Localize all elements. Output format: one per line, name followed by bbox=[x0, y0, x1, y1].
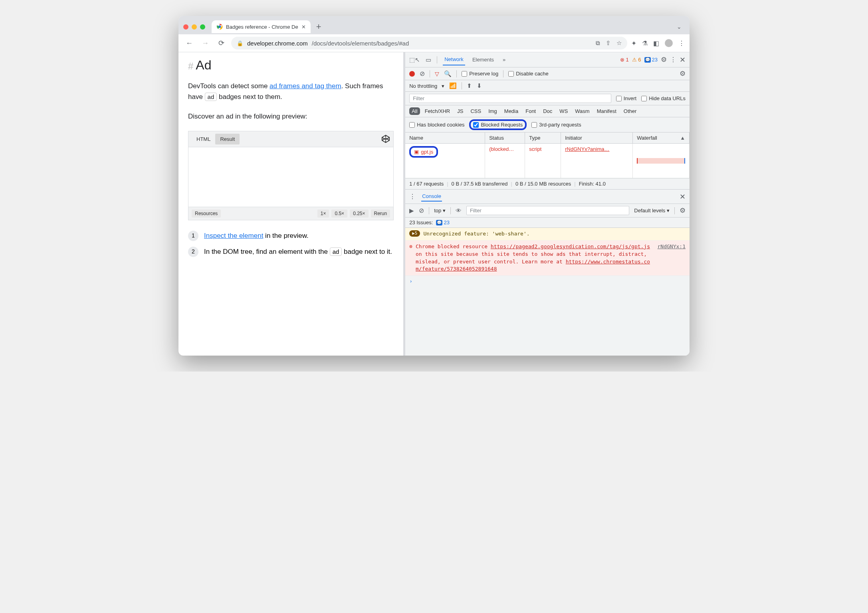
back-button[interactable]: ← bbox=[183, 38, 195, 49]
throttling-dropdown[interactable]: No throttling ▾ bbox=[409, 83, 444, 89]
profile-avatar-icon[interactable] bbox=[665, 39, 673, 47]
upload-icon[interactable]: ⬆ bbox=[467, 82, 472, 89]
filter-ws[interactable]: WS bbox=[557, 107, 570, 115]
codepen-zoom-025x[interactable]: 0.25× bbox=[350, 210, 368, 218]
status-finish: Finish: 41.0 bbox=[579, 181, 606, 187]
tab-network[interactable]: Network bbox=[443, 54, 465, 65]
disable-cache-checkbox[interactable]: Disable cache bbox=[508, 71, 549, 77]
codepen-tab-result[interactable]: Result bbox=[215, 134, 240, 144]
download-icon[interactable]: ⬇ bbox=[477, 82, 482, 89]
console-close-icon[interactable]: ✕ bbox=[680, 192, 686, 201]
filter-js[interactable]: JS bbox=[455, 107, 466, 115]
column-type[interactable]: Type bbox=[525, 132, 561, 143]
filter-toggle-icon[interactable]: ▽ bbox=[435, 71, 439, 77]
third-party-checkbox[interactable]: 3rd-party requests bbox=[531, 122, 581, 128]
search-icon[interactable]: 🔍 bbox=[444, 70, 452, 77]
request-initiator-link[interactable]: rNdGNYx?anima… bbox=[565, 146, 609, 152]
panel-icon[interactable]: ◧ bbox=[653, 40, 659, 47]
page-heading: #Ad bbox=[188, 58, 394, 73]
console-context-dropdown[interactable]: top ▾ bbox=[434, 208, 446, 214]
codepen-rerun[interactable]: Rerun bbox=[371, 210, 390, 218]
filter-fetch[interactable]: Fetch/XHR bbox=[422, 107, 453, 115]
codepen-logo-icon[interactable] bbox=[381, 134, 390, 143]
console-drawer-header: ⋮ Console ✕ bbox=[405, 189, 690, 204]
codepen-zoom-05x[interactable]: 0.5× bbox=[331, 210, 347, 218]
tab-strip: Badges reference - Chrome De ✕ + ⌄ bbox=[178, 16, 690, 34]
console-error-message[interactable]: ⊗ Chrome blocked resource https://pagead… bbox=[405, 241, 690, 276]
wifi-icon[interactable]: 📶 bbox=[449, 82, 457, 89]
live-expression-icon[interactable]: 👁 bbox=[456, 207, 462, 214]
filter-css[interactable]: CSS bbox=[468, 107, 484, 115]
labs-icon[interactable]: ⚗ bbox=[642, 40, 648, 47]
browser-tab[interactable]: Badges reference - Chrome De ✕ bbox=[212, 20, 311, 33]
warning-count-badge[interactable]: ⚠ 6 bbox=[632, 57, 641, 63]
codepen-tab-html[interactable]: HTML bbox=[192, 134, 215, 144]
blocked-requests-checkbox[interactable]: Blocked Requests bbox=[473, 122, 523, 128]
network-filter-input[interactable]: Filter bbox=[409, 94, 611, 103]
network-extra-filters: Has blocked cookies Blocked Requests 3rd… bbox=[405, 117, 690, 132]
blocked-cookies-checkbox[interactable]: Has blocked cookies bbox=[409, 122, 464, 128]
menu-icon[interactable]: ⋮ bbox=[678, 40, 685, 47]
error-count-badge[interactable]: ⊗ 1 bbox=[620, 57, 629, 63]
hide-data-urls-checkbox[interactable]: Hide data URLs bbox=[641, 95, 686, 101]
console-warning-message[interactable]: ▶ 5 Unrecognized feature: 'web-share'. bbox=[405, 228, 690, 241]
forward-button[interactable]: → bbox=[199, 38, 211, 49]
filter-manifest[interactable]: Manifest bbox=[595, 107, 619, 115]
console-filter-input[interactable]: Filter bbox=[466, 206, 629, 215]
filter-media[interactable]: Media bbox=[502, 107, 521, 115]
codepen-zoom-1x[interactable]: 1× bbox=[317, 210, 329, 218]
column-status[interactable]: Status bbox=[485, 132, 525, 143]
console-settings-icon[interactable]: ⚙ bbox=[680, 206, 686, 215]
close-devtools-icon[interactable]: ✕ bbox=[680, 55, 686, 64]
settings-icon[interactable]: ⚙ bbox=[661, 55, 667, 64]
reload-button[interactable]: ⟳ bbox=[215, 37, 227, 49]
filter-font[interactable]: Font bbox=[523, 107, 538, 115]
preserve-log-checkbox[interactable]: Preserve log bbox=[462, 71, 498, 77]
inspect-icon[interactable]: ⬚↖ bbox=[409, 56, 420, 63]
inspect-element-link[interactable]: Inspect the element bbox=[204, 232, 263, 239]
record-button[interactable] bbox=[409, 71, 415, 77]
tab-close-icon[interactable]: ✕ bbox=[301, 24, 306, 30]
blocked-url-link[interactable]: https://pagead2.googlesyndication.com/ta… bbox=[491, 243, 650, 249]
maximize-window-button[interactable] bbox=[200, 24, 205, 30]
console-sidebar-icon[interactable]: ▶ bbox=[409, 207, 414, 214]
console-tab[interactable]: Console bbox=[421, 192, 442, 202]
error-source-link[interactable]: rNdGNYx:1 bbox=[658, 243, 686, 273]
lock-icon[interactable]: 🔒 bbox=[237, 40, 243, 46]
clear-icon[interactable]: ⊘ bbox=[420, 70, 425, 77]
tab-elements[interactable]: Elements bbox=[471, 54, 495, 65]
codepen-resources[interactable]: Resources bbox=[192, 210, 221, 218]
console-levels-dropdown[interactable]: Default levels ▾ bbox=[634, 208, 670, 214]
table-row[interactable]: ▣gpt.js (blocked… script rNdGNYx?anima… bbox=[405, 144, 690, 178]
console-prompt[interactable]: › bbox=[405, 276, 690, 287]
filter-all[interactable]: All bbox=[409, 107, 420, 115]
expand-warnings-badge[interactable]: ▶ 5 bbox=[409, 230, 420, 237]
filter-doc[interactable]: Doc bbox=[541, 107, 555, 115]
console-issues-row[interactable]: 23 Issues: 💬23 bbox=[405, 218, 690, 228]
heading-anchor-icon[interactable]: # bbox=[188, 61, 193, 71]
close-window-button[interactable] bbox=[183, 24, 188, 30]
column-initiator[interactable]: Initiator bbox=[561, 132, 633, 143]
window-share-icon[interactable]: ⧉ bbox=[596, 40, 600, 47]
console-menu-icon[interactable]: ⋮ bbox=[409, 193, 416, 200]
filter-other[interactable]: Other bbox=[621, 107, 639, 115]
column-waterfall[interactable]: Waterfall▲ bbox=[633, 132, 690, 143]
invert-checkbox[interactable]: Invert bbox=[616, 95, 637, 101]
issues-count-badge[interactable]: 💬23 bbox=[644, 57, 658, 63]
filter-wasm[interactable]: Wasm bbox=[573, 107, 592, 115]
network-settings-icon[interactable]: ⚙ bbox=[680, 69, 686, 78]
tabs-overflow-icon[interactable]: ⌄ bbox=[677, 24, 682, 30]
column-name[interactable]: Name bbox=[405, 132, 485, 143]
minimize-window-button[interactable] bbox=[192, 24, 197, 30]
share-icon[interactable]: ⇧ bbox=[606, 40, 611, 47]
new-tab-button[interactable]: + bbox=[316, 22, 321, 32]
ad-frames-link[interactable]: ad frames and tag them bbox=[270, 82, 341, 90]
extensions-icon[interactable]: ✦ bbox=[631, 40, 636, 47]
bookmark-icon[interactable]: ☆ bbox=[616, 40, 622, 47]
tabs-more-icon[interactable]: » bbox=[501, 54, 507, 65]
address-bar[interactable]: 🔒 developer.chrome.com/docs/devtools/ele… bbox=[231, 37, 627, 49]
devtools-menu-icon[interactable]: ⋮ bbox=[670, 56, 676, 63]
console-clear-icon[interactable]: ⊘ bbox=[419, 207, 424, 214]
filter-img[interactable]: Img bbox=[486, 107, 499, 115]
device-toggle-icon[interactable]: ▭ bbox=[426, 56, 431, 63]
